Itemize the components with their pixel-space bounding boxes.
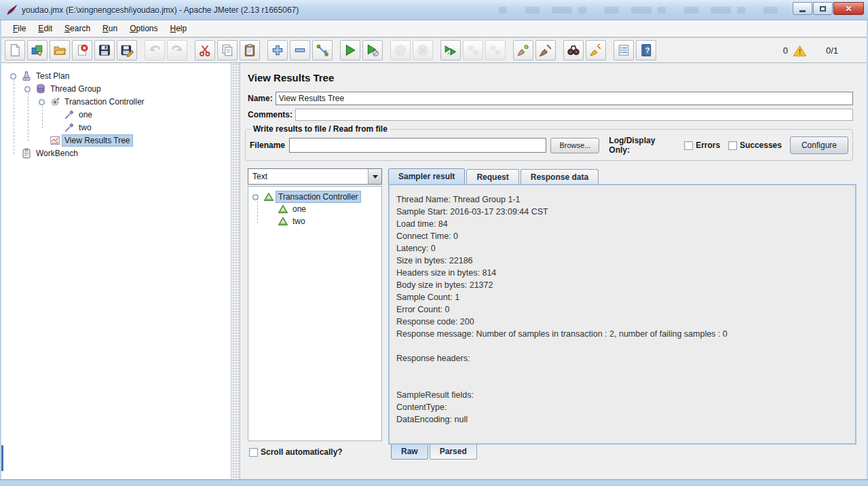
copy-button[interactable] <box>217 40 238 60</box>
new-file-button[interactable] <box>5 40 25 60</box>
bottom-tabs: RawParsed <box>391 445 478 461</box>
test-plan-tree: Test PlanThread GroupTransaction Control… <box>1 63 231 479</box>
panel-splitter[interactable] <box>232 63 240 479</box>
menu-edit[interactable]: Edit <box>32 22 58 35</box>
successes-checkbox[interactable] <box>728 141 737 150</box>
sampler-result-line: Response headers: <box>396 352 855 364</box>
tree-item-two[interactable]: two <box>248 215 381 227</box>
menu-search[interactable]: Search <box>58 22 96 35</box>
tree-item-test-plan[interactable]: Test Plan <box>1 70 231 83</box>
menu-run[interactable]: Run <box>96 22 124 35</box>
display-mode-dropdown-button[interactable] <box>368 169 381 184</box>
page-title: View Results Tree <box>248 72 334 83</box>
tree-item-one[interactable]: one <box>248 203 381 215</box>
ghost-shape <box>552 7 572 14</box>
binoculars-icon <box>567 43 580 57</box>
play-no-pause-icon <box>366 43 379 57</box>
close-file-button[interactable] <box>72 40 92 60</box>
menu-options[interactable]: Options <box>124 22 164 35</box>
browse-button[interactable]: Browse... <box>550 138 599 153</box>
sampler-result-line <box>396 340 855 352</box>
sampler-result-line <box>396 364 855 377</box>
toolbar-buttons: ? <box>5 40 658 60</box>
comments-input[interactable] <box>295 109 853 121</box>
clear-button[interactable] <box>513 40 533 60</box>
configure-button[interactable]: Configure <box>790 136 848 154</box>
tree-expand-handle[interactable] <box>39 99 45 105</box>
filename-row: Filename Browse... Log/Display Only: Err… <box>246 134 852 155</box>
tree-item-transaction-controller[interactable]: Transaction Controller <box>248 191 381 203</box>
tree-expand-handle[interactable] <box>24 86 31 92</box>
menu-file[interactable]: File <box>7 22 32 35</box>
tree-item-workbench[interactable]: WorkBench <box>1 147 231 160</box>
write-results-group: Write results to file / Read from file F… <box>245 124 853 161</box>
toggle-button[interactable] <box>312 40 333 60</box>
display-mode-select[interactable]: Text <box>248 168 382 185</box>
cut-button[interactable] <box>195 40 215 60</box>
name-input[interactable] <box>276 92 853 105</box>
log-display-only-label: Log/Display Only: <box>609 136 676 155</box>
sampler-result-line: Body size in bytes: 21372 <box>396 279 855 291</box>
paste-button[interactable] <box>240 40 260 60</box>
tree-item-transaction-controller[interactable]: Transaction Controller <box>1 96 231 109</box>
menu-help[interactable]: Help <box>164 22 193 35</box>
start-button[interactable] <box>340 40 360 60</box>
results-tree-pane: Text Transaction Controlleronetwo Scroll… <box>248 168 382 461</box>
clear-all-button[interactable] <box>535 40 556 60</box>
bottom-tab-raw[interactable]: Raw <box>391 445 428 460</box>
tree-item-two[interactable]: two <box>1 122 231 134</box>
ghost-shape <box>631 7 652 14</box>
view-results-tree-panel: View Results Tree Name: Comments: Write … <box>241 63 867 479</box>
scroll-automatically-row: Scroll automatically? <box>248 443 382 461</box>
plus-icon <box>271 43 284 57</box>
help-button[interactable]: ? <box>636 40 656 60</box>
maximize-button[interactable] <box>813 2 833 15</box>
errors-checkbox[interactable] <box>684 141 693 150</box>
dropper-icon <box>64 109 75 120</box>
bottom-tab-parsed[interactable]: Parsed <box>430 445 477 460</box>
result-detail-pane: Sampler resultRequestResponse data Threa… <box>388 168 856 461</box>
function-helper-button[interactable] <box>614 40 634 60</box>
sampler-result-content: Thread Name: Thread Group 1-1Sample Star… <box>388 184 856 445</box>
status-counters: 0 ! 0/1 <box>783 38 838 63</box>
tree-expand-handle[interactable] <box>10 73 16 79</box>
save-button[interactable] <box>94 40 115 60</box>
spool-icon <box>35 83 46 94</box>
tree-item-label: Thread Group <box>48 83 103 94</box>
remote-start-all-button[interactable] <box>440 40 461 60</box>
save-as-button[interactable] <box>117 40 137 60</box>
sampler-result-line: Response code: 200 <box>396 316 855 328</box>
floppy-pencil-icon <box>120 43 134 57</box>
collapse-all-button[interactable] <box>290 40 310 60</box>
search-reset-button[interactable] <box>586 40 606 60</box>
start-no-pauses-button[interactable] <box>362 40 383 60</box>
minimize-button[interactable] <box>793 2 812 15</box>
broom-yellow-icon <box>589 43 603 57</box>
search-button[interactable] <box>563 40 584 60</box>
tab-response-data[interactable]: Response data <box>521 169 599 184</box>
tree-item-thread-group[interactable]: Thread Group <box>1 83 231 96</box>
warning-icon[interactable]: ! <box>793 45 807 57</box>
remote-stop-all-button <box>463 40 483 60</box>
tree-item-label: one <box>77 109 94 120</box>
shutdown-circle-icon <box>416 43 430 57</box>
tree-expand-handle[interactable] <box>252 194 259 200</box>
comments-row: Comments: <box>248 109 853 121</box>
write-results-legend: Write results to file / Read from file <box>251 124 390 134</box>
green-triangle-icon <box>278 216 288 227</box>
tab-request[interactable]: Request <box>466 169 518 184</box>
tree-item-one[interactable]: one <box>1 109 231 122</box>
filename-input[interactable] <box>289 138 546 153</box>
tab-sampler-result[interactable]: Sampler result <box>388 168 465 184</box>
tree-item-label: Transaction Controller <box>62 96 147 107</box>
expand-all-button[interactable] <box>267 40 288 60</box>
sampler-result-line: Size in bytes: 22186 <box>396 255 855 267</box>
background-ghost-icons <box>499 5 784 16</box>
open-file-button[interactable] <box>50 40 70 60</box>
flask-icon <box>21 71 32 81</box>
templates-button[interactable] <box>27 40 48 60</box>
clipboard-paste-icon <box>243 43 257 57</box>
scroll-automatically-checkbox[interactable] <box>249 448 258 457</box>
tree-item-view-results-tree[interactable]: View Results Tree <box>1 134 231 147</box>
close-button[interactable]: ✕ <box>833 2 864 15</box>
